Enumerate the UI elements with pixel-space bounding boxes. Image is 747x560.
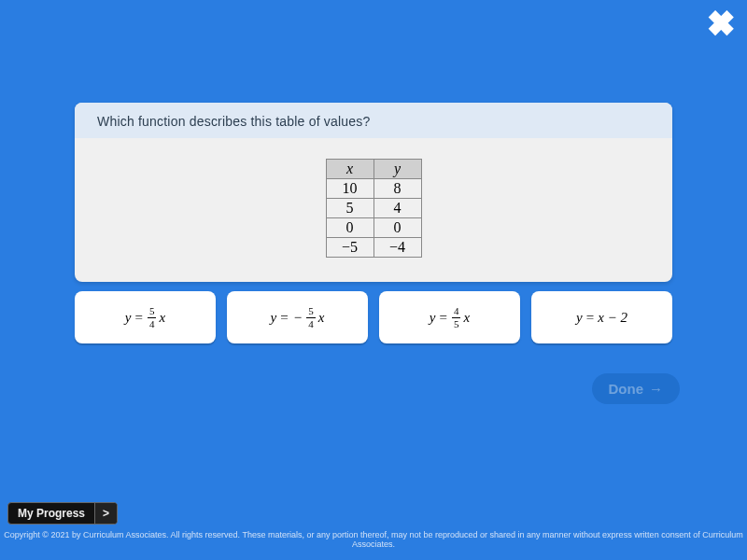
var: y [576,310,583,326]
option-a[interactable]: y = 5 4 x [75,291,216,343]
fraction: 4 5 [452,306,461,329]
option-b[interactable]: y = − 5 4 x [227,291,368,343]
copyright-text: Copyright © 2021 by Curriculum Associate… [0,530,747,549]
cell: −4 [374,238,421,258]
table-header-x: x [326,160,374,179]
table-row: 108 [326,179,421,199]
question-body: x y 108 54 00 −5−4 [75,138,672,282]
table-row: −5−4 [326,238,421,258]
values-table: x y 108 54 00 −5−4 [326,159,422,258]
option-c[interactable]: y = 4 5 x [379,291,520,343]
option-b-math: y = − 5 4 x [271,306,325,329]
equals: = [278,310,289,326]
question-card: Which function describes this table of v… [75,103,672,282]
expr: x − 2 [598,310,627,326]
option-d-math: y = x − 2 [576,310,627,326]
close-icon[interactable]: ✖ [708,7,734,39]
denominator: 4 [148,317,157,329]
done-button[interactable]: Done → [592,373,681,404]
denominator: 5 [452,317,461,329]
table-header-y: y [374,160,421,179]
fraction: 5 4 [306,306,316,329]
equals: = [585,310,596,326]
table-row: 54 [326,199,421,218]
var: y [430,310,436,326]
numerator: 5 [306,306,316,317]
cell: 0 [374,218,421,238]
var: x [318,310,325,326]
option-c-math: y = 4 5 x [430,306,470,329]
done-label: Done [609,381,644,397]
fraction: 5 4 [148,306,157,329]
var: y [271,310,277,326]
var: x [463,310,470,326]
equals: = [134,310,145,326]
cell: 0 [326,218,374,238]
cell: 8 [374,179,421,199]
arrow-right-icon: → [649,381,663,397]
question-text: Which function describes this table of v… [75,103,672,138]
cell: 10 [326,179,374,199]
cell: 5 [326,199,374,218]
minus-sign: − [292,310,303,326]
option-d[interactable]: y = x − 2 [531,291,672,343]
denominator: 4 [306,317,316,329]
answer-options: y = 5 4 x y = − 5 4 x y = 4 5 [75,291,672,343]
cell: −5 [326,238,374,258]
var: x [159,310,165,326]
var: y [125,310,132,326]
numerator: 5 [148,306,157,317]
equals: = [438,310,449,326]
table-row: 00 [326,218,421,238]
my-progress-button[interactable]: My Progress > [7,502,118,525]
my-progress-label: My Progress [8,503,94,524]
numerator: 4 [452,306,461,317]
option-a-math: y = 5 4 x [125,306,165,329]
cell: 4 [374,199,421,218]
chevron-right-icon: > [94,503,117,524]
